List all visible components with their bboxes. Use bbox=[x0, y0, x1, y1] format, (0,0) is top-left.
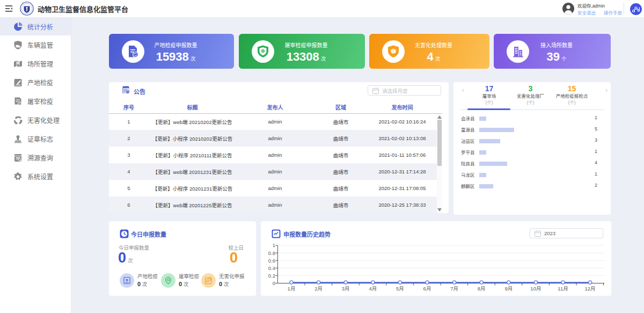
svg-text:1月: 1月 bbox=[288, 286, 296, 292]
svg-text:3月: 3月 bbox=[342, 286, 350, 292]
svg-text:0.4: 0.4 bbox=[268, 265, 275, 271]
svg-text:7月: 7月 bbox=[450, 286, 458, 292]
svg-text:1: 1 bbox=[273, 242, 275, 248]
svg-text:5月: 5月 bbox=[396, 286, 404, 292]
svg-text:4月: 4月 bbox=[369, 286, 377, 292]
svg-text:6月: 6月 bbox=[423, 286, 431, 292]
svg-text:10月: 10月 bbox=[530, 286, 541, 292]
svg-text:12月: 12月 bbox=[585, 286, 596, 292]
svg-text:2月: 2月 bbox=[314, 286, 323, 292]
svg-text:11月: 11月 bbox=[558, 286, 568, 292]
svg-text:0.2: 0.2 bbox=[268, 273, 275, 279]
svg-text:0.8: 0.8 bbox=[268, 250, 275, 256]
svg-text:0.6: 0.6 bbox=[268, 258, 275, 264]
svg-text:9月: 9月 bbox=[504, 286, 513, 292]
svg-text:8月: 8月 bbox=[478, 286, 486, 292]
svg-text:0: 0 bbox=[273, 280, 275, 286]
